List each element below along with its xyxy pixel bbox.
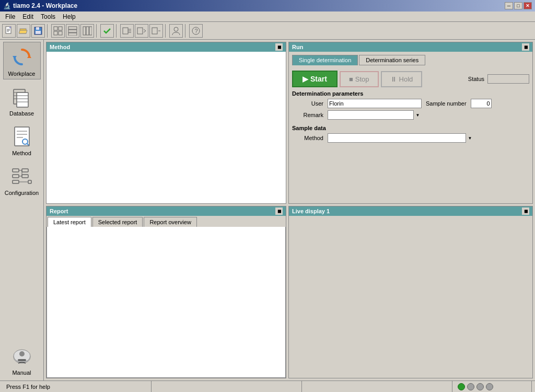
- sidebar-label-method: Method: [12, 150, 31, 156]
- svg-text:?: ?: [195, 28, 198, 34]
- svg-rect-57: [18, 359, 26, 361]
- remark-row: Remark ▼: [292, 110, 529, 120]
- status-area: Status: [468, 74, 529, 84]
- remark-select[interactable]: [328, 110, 422, 120]
- method-panel-title: Method: [50, 44, 275, 50]
- sidebar-item-configuration[interactable]: Configuration: [3, 161, 41, 199]
- svg-rect-9: [59, 27, 62, 30]
- tab-selected-report[interactable]: Selected report: [92, 217, 143, 227]
- svg-rect-53: [28, 180, 31, 183]
- report-panel-collapse[interactable]: ◼: [275, 207, 283, 215]
- remark-select-wrapper: ▼: [328, 110, 422, 120]
- database-icon: [9, 84, 34, 109]
- tool-btn-3[interactable]: [149, 24, 163, 38]
- svg-rect-17: [89, 27, 92, 35]
- status-indicator-gray-2: [476, 383, 484, 390]
- help-button[interactable]: ?: [189, 24, 203, 38]
- svg-rect-13: [68, 30, 77, 32]
- tab-latest-report[interactable]: Latest report: [48, 217, 91, 227]
- svg-rect-44: [13, 169, 19, 172]
- separator-4: [165, 24, 167, 38]
- start-button[interactable]: ▶ Start: [292, 71, 338, 87]
- toolbar: ?: [0, 22, 535, 40]
- title-icon: 🔬: [3, 2, 11, 9]
- tool-btn-2[interactable]: [135, 24, 148, 38]
- minimize-button[interactable]: ─: [505, 2, 513, 9]
- status-label: Status: [468, 76, 484, 82]
- user-button[interactable]: [169, 24, 183, 38]
- determination-params-section: Determination parameters User Sample num…: [292, 90, 529, 122]
- method-icon: [9, 124, 34, 149]
- tab-report-overview[interactable]: Report overview: [144, 217, 196, 227]
- method-panel-header: Method ◼: [46, 42, 286, 52]
- stop-label: Stop: [355, 75, 369, 83]
- grid-btn-2[interactable]: [66, 24, 79, 38]
- report-tabs: Latest report Selected report Report ove…: [46, 216, 286, 227]
- sample-data-title: Sample data: [292, 125, 529, 131]
- svg-rect-11: [59, 31, 62, 35]
- run-panel-header: Run ◼: [289, 42, 532, 52]
- status-indicator-gray-1: [467, 383, 474, 390]
- sidebar-label-manual: Manual: [12, 370, 31, 376]
- method-select[interactable]: [328, 133, 474, 143]
- live-panel: Live display 1 ◼: [288, 206, 533, 378]
- determination-params-title: Determination parameters: [292, 90, 529, 97]
- sample-number-label: Sample number: [426, 100, 467, 107]
- sidebar-label-database: Database: [9, 110, 34, 117]
- sidebar-item-manual[interactable]: Manual: [3, 341, 41, 378]
- save-button[interactable]: [31, 24, 45, 38]
- svg-rect-34: [17, 93, 28, 107]
- method-label: Method: [292, 135, 323, 141]
- run-buttons-row: ▶ Start ■ Stop ⏸ Hold Status: [292, 71, 529, 87]
- sidebar-label-configuration: Configuration: [5, 190, 39, 196]
- svg-rect-45: [13, 175, 19, 178]
- live-panel-body: [289, 216, 532, 378]
- status-segment-2: [304, 381, 452, 392]
- user-input[interactable]: [328, 99, 422, 108]
- svg-rect-15: [83, 27, 86, 35]
- sample-number-input[interactable]: [471, 99, 492, 108]
- menu-edit[interactable]: Edit: [19, 12, 37, 21]
- check-button[interactable]: [100, 24, 114, 38]
- svg-rect-22: [137, 28, 143, 34]
- grid-btn-3[interactable]: [80, 24, 94, 38]
- tab-single-determination[interactable]: Single determination: [292, 55, 358, 65]
- start-label: Start: [310, 75, 327, 83]
- sidebar-item-workplace[interactable]: Workplace: [3, 42, 41, 79]
- new-button[interactable]: [2, 24, 16, 38]
- tab-determination-series[interactable]: Determination series: [359, 55, 425, 65]
- tool-btn-1[interactable]: [120, 24, 134, 38]
- hold-button[interactable]: ⏸ Hold: [381, 71, 423, 87]
- workplace-icon: [9, 44, 34, 70]
- status-segment-3: [455, 381, 532, 392]
- sidebar: Workplace Database: [0, 40, 44, 381]
- method-panel-collapse[interactable]: ◼: [275, 43, 283, 51]
- svg-rect-10: [54, 31, 57, 35]
- top-row: Method ◼ Run ◼ Single determination Dete…: [46, 42, 533, 204]
- grid-btn-1[interactable]: [51, 24, 65, 38]
- menu-help[interactable]: Help: [60, 12, 79, 21]
- close-button[interactable]: ✕: [524, 2, 532, 9]
- open-button[interactable]: [17, 24, 30, 38]
- maximize-button[interactable]: □: [514, 2, 522, 9]
- sidebar-item-method[interactable]: Method: [3, 121, 41, 159]
- svg-rect-12: [68, 27, 77, 29]
- run-panel: Run ◼ Single determination Determination…: [288, 42, 533, 204]
- svg-rect-46: [13, 180, 19, 183]
- configuration-icon: [9, 164, 34, 189]
- method-panel: Method ◼: [46, 42, 286, 204]
- stop-button[interactable]: ■ Stop: [340, 71, 379, 87]
- live-panel-collapse[interactable]: ◼: [522, 207, 529, 215]
- menu-file[interactable]: File: [2, 12, 18, 21]
- hold-label: Hold: [399, 75, 413, 83]
- run-panel-collapse[interactable]: ◼: [522, 43, 529, 51]
- separator-5: [185, 24, 187, 38]
- svg-rect-8: [54, 27, 57, 30]
- window-title: tiamo 2.4 - Workplace: [13, 2, 77, 9]
- remark-label: Remark: [292, 112, 323, 118]
- status-field: [487, 74, 529, 84]
- start-icon: ▶: [303, 75, 308, 83]
- menu-tools[interactable]: Tools: [38, 12, 59, 21]
- svg-point-56: [19, 351, 25, 356]
- sidebar-item-database[interactable]: Database: [3, 82, 41, 119]
